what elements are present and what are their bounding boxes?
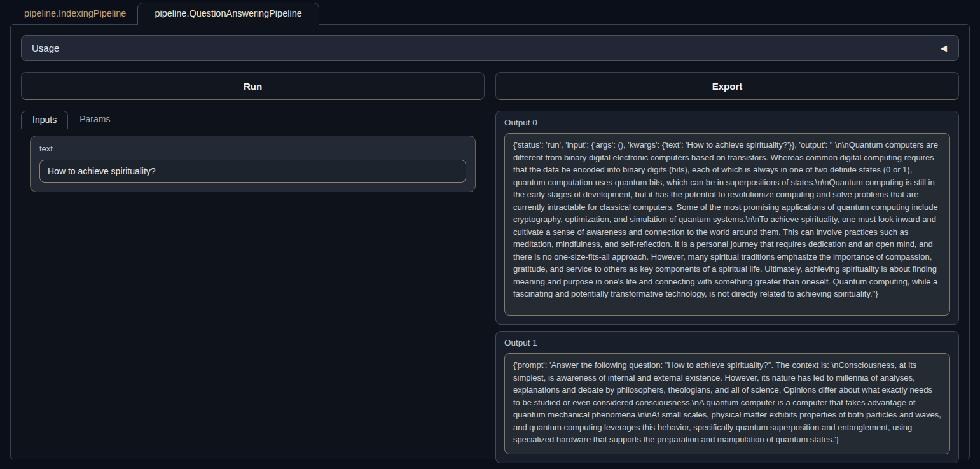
action-button-row: Run Export — [21, 72, 959, 100]
tab-params[interactable]: Params — [68, 111, 121, 129]
pipeline-tab-bar: pipeline.IndexingPipeline pipeline.Quest… — [0, 0, 980, 24]
export-button[interactable]: Export — [495, 72, 959, 100]
tab-question-answering-pipeline[interactable]: pipeline.QuestionAnsweringPipeline — [137, 3, 319, 25]
tab-inputs[interactable]: Inputs — [21, 111, 68, 129]
content-columns: Inputs Params text How to achieve spirit… — [21, 111, 959, 463]
output-1-card: Output 1 {'prompt': 'Answer the followin… — [495, 331, 959, 463]
output-0-card: Output 0 {'status': 'run', 'input': {'ar… — [495, 111, 959, 325]
usage-accordion-label: Usage — [32, 43, 59, 53]
output-0-label: Output 0 — [504, 118, 950, 127]
text-input[interactable]: How to achieve spirituality? — [39, 160, 466, 183]
output-column: Output 0 {'status': 'run', 'input': {'ar… — [495, 111, 959, 463]
output-0-textbox: {'status': 'run', 'input': {'args': (), … — [504, 133, 950, 316]
collapse-left-triangle-icon[interactable]: ◀ — [941, 44, 947, 52]
usage-accordion-header[interactable]: Usage ◀ — [21, 35, 959, 61]
app-window: pipeline.IndexingPipeline pipeline.Quest… — [0, 0, 980, 469]
text-field-label: text — [39, 144, 466, 153]
input-column: Inputs Params text How to achieve spirit… — [21, 111, 485, 192]
text-input-group: text How to achieve spirituality? — [30, 136, 476, 192]
input-tab-bar: Inputs Params — [21, 111, 485, 129]
output-1-label: Output 1 — [504, 338, 950, 347]
main-panel: Usage ◀ Run Export Inputs Params text Ho… — [10, 24, 970, 459]
run-button[interactable]: Run — [21, 72, 485, 100]
tab-indexing-pipeline[interactable]: pipeline.IndexingPipeline — [13, 3, 137, 24]
output-1-textbox: {'prompt': 'Answer the following questio… — [504, 353, 950, 454]
